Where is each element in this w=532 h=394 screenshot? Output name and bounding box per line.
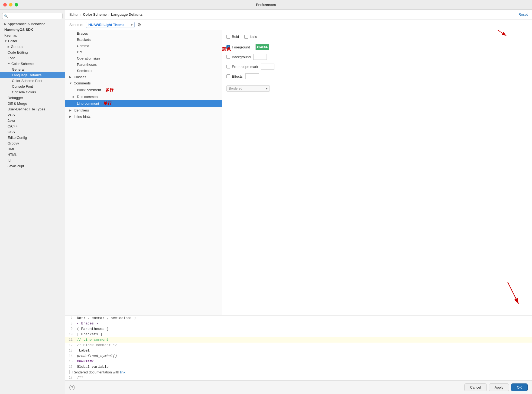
code-line-15: 15 CONSTANT [65, 359, 532, 364]
sidebar-item-console-colors[interactable]: Console Colors [0, 89, 65, 95]
tree-item-doc-comment[interactable]: ▶Doc comment [65, 94, 222, 100]
error-stripe-row: Error stripe mark [226, 64, 528, 70]
breadcrumb-editor: Editor [69, 12, 79, 17]
sidebar-item-color-scheme[interactable]: ▼Color Scheme [0, 61, 65, 67]
code-line-14: 14 predefined_symbol() [65, 353, 532, 359]
titlebar: Preferences [0, 0, 532, 10]
content-area: Editor › Color Scheme › Language Default… [65, 10, 532, 394]
sidebar-item-editorconfig[interactable]: EditorConfig [0, 135, 65, 140]
maximize-button[interactable] [15, 3, 18, 6]
sidebar-item-harmonyos[interactable]: HarmonyOS SDK [0, 27, 65, 32]
sidebar-item-debugger[interactable]: Debugger [0, 95, 65, 101]
tree-label-comments: Comments [74, 81, 91, 85]
minimize-button[interactable] [9, 3, 12, 6]
effects-row: Effects [226, 73, 528, 79]
sidebar-label-debugger: Debugger [8, 96, 23, 100]
reset-button[interactable]: Reset [518, 12, 528, 17]
foreground-color-box[interactable]: 41AF6A [255, 44, 269, 50]
background-text: Background [232, 55, 251, 59]
tree-item-classes[interactable]: ▶Classes [65, 74, 222, 80]
code-line-13: 13 :Label [65, 348, 532, 353]
tree-item-comma[interactable]: Comma [65, 43, 222, 49]
scheme-bar: Scheme: HUAWEI Light Theme Default Darcu… [65, 19, 532, 30]
sidebar-item-font[interactable]: Font [0, 55, 65, 61]
scheme-select[interactable]: HUAWEI Light Theme Default Darcula [86, 22, 135, 28]
sidebar-item-css[interactable]: CSS [0, 129, 65, 135]
sidebar-item-vcs[interactable]: VCS [0, 112, 65, 118]
background-row: Background [226, 54, 528, 60]
right-panel: 斜体 Bold Italic [222, 30, 532, 315]
apply-button[interactable]: Apply [489, 383, 509, 391]
sidebar-item-code-editing[interactable]: Code Editing [0, 50, 65, 55]
gear-icon[interactable]: ⚙ [137, 22, 141, 27]
code-line-rendered: Rendered documentation with link [65, 370, 532, 375]
sidebar-item-javascript[interactable]: JavaScript [0, 163, 65, 169]
error-stripe-checkbox[interactable] [226, 65, 230, 68]
tree-label-parentheses: Parentheses [77, 63, 97, 67]
bold-checkbox[interactable] [226, 35, 230, 39]
tree-label-block-comment: Block comment [77, 88, 101, 92]
code-line-9: 9 ( Parentheses ) [65, 326, 532, 332]
tree-label-inline-hints: Inline hints [74, 114, 90, 119]
tree-label-comma: Comma [77, 44, 89, 48]
error-stripe-color-box[interactable] [261, 64, 274, 70]
tree-item-semicolon[interactable]: Semicolon [65, 68, 222, 74]
sidebar-label-language-defaults: Language Defaults [12, 73, 41, 77]
tree-item-line-comment[interactable]: Line comment单行 [65, 100, 222, 107]
background-checkbox[interactable] [226, 55, 230, 59]
sidebar-item-groovy[interactable]: Groovy [0, 140, 65, 146]
bold-italic-row: Bold Italic [226, 35, 528, 39]
tree-item-brackets[interactable]: Brackets [65, 37, 222, 43]
effects-color-box[interactable] [245, 73, 259, 79]
tree-item-dot[interactable]: Dot [65, 49, 222, 55]
search-box[interactable]: 🔍 [2, 13, 63, 19]
tree-label-dot: Dot [77, 50, 82, 54]
tree-item-operation-sign[interactable]: Operation sign [65, 55, 222, 61]
sidebar-item-appearance[interactable]: ▶Appearance & Behavior [0, 21, 65, 27]
sidebar-label-user-defined: User-Defined File Types [8, 107, 45, 111]
breadcrumb: Editor › Color Scheme › Language Default… [65, 10, 532, 19]
sidebar-item-editor[interactable]: ▼Editor [0, 38, 65, 44]
sidebar-item-general[interactable]: ▶General [0, 44, 65, 50]
code-line-7: 7 Dot: . comma: , semicolon: ; [65, 316, 532, 321]
sidebar-item-color-scheme-font[interactable]: Color Scheme Font [0, 78, 65, 84]
sidebar-label-console-font: Console Font [12, 84, 33, 88]
tree-item-comments[interactable]: ▼Comments [65, 80, 222, 86]
tree-label-identifiers: Identifiers [74, 108, 89, 112]
effects-style-select[interactable]: Bordered Underscored Bold underscored Do… [226, 85, 270, 92]
sidebar-label-diff-merge: Diff & Merge [8, 101, 27, 106]
close-button[interactable] [3, 3, 7, 6]
sidebar-item-keymap[interactable]: Keymap [0, 32, 65, 38]
help-button[interactable]: ? [69, 385, 75, 390]
tree-label-doc-comment: Doc comment [77, 95, 99, 99]
cancel-button[interactable]: Cancel [464, 383, 486, 391]
sidebar-item-hml[interactable]: HML [0, 146, 65, 152]
sidebar-label-javascript: JavaScript [8, 164, 24, 168]
tree-item-parentheses[interactable]: Parentheses [65, 61, 222, 68]
sidebar-item-cs-general[interactable]: General [0, 67, 65, 72]
error-stripe-label: Error stripe mark [226, 65, 258, 69]
bold-label: Bold [232, 35, 239, 39]
tree-item-identifiers[interactable]: ▶Identifiers [65, 107, 222, 113]
sidebar-item-console-font[interactable]: Console Font [0, 84, 65, 89]
foreground-checkbox[interactable] [226, 45, 230, 49]
search-input[interactable] [9, 14, 61, 18]
sidebar-item-diff-merge[interactable]: Diff & Merge [0, 101, 65, 106]
tree-item-inline-hints[interactable]: ▶Inline hints [65, 113, 222, 120]
effects-text: Effects [232, 74, 243, 78]
tree-label-classes: Classes [74, 75, 86, 79]
sidebar-item-cpp[interactable]: C/C++ [0, 123, 65, 129]
sidebar-label-cs-general: General [12, 67, 24, 71]
ok-button[interactable]: OK [511, 383, 528, 391]
tree-item-block-comment[interactable]: Block comment多行 [65, 86, 222, 94]
sidebar-item-user-defined[interactable]: User-Defined File Types [0, 106, 65, 112]
background-color-box[interactable] [253, 54, 267, 60]
sidebar-item-idl[interactable]: Idl [0, 157, 65, 163]
sidebar-item-language-defaults[interactable]: Language Defaults [0, 72, 65, 78]
effects-checkbox[interactable] [226, 74, 230, 78]
tree-item-braces[interactable]: Braces [65, 30, 222, 37]
sidebar-item-html[interactable]: HTML [0, 152, 65, 157]
foreground-label: Foreground [226, 45, 250, 49]
sidebar-item-java[interactable]: Java [0, 118, 65, 123]
italic-checkbox[interactable] [244, 35, 248, 39]
